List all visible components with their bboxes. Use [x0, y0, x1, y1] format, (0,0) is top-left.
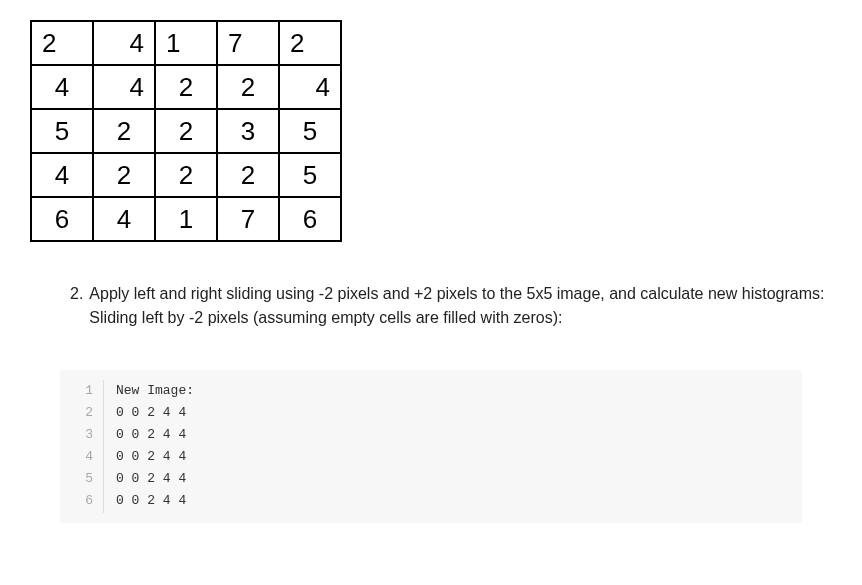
- line-content: New Image:: [104, 380, 194, 402]
- grid-cell: 1: [155, 197, 217, 241]
- line-number: 5: [60, 468, 104, 490]
- line-content: 0 0 2 4 4: [104, 468, 186, 490]
- grid-cell: 5: [31, 109, 93, 153]
- grid-cell: 4: [93, 65, 155, 109]
- line-number: 4: [60, 446, 104, 468]
- grid-cell: 2: [155, 65, 217, 109]
- grid-cell: 2: [155, 153, 217, 197]
- line-number: 2: [60, 402, 104, 424]
- question-text: Apply left and right sliding using -2 pi…: [89, 282, 832, 330]
- line-content: 0 0 2 4 4: [104, 402, 186, 424]
- line-content: 0 0 2 4 4: [104, 490, 186, 512]
- grid-cell: 2: [93, 109, 155, 153]
- line-number: 1: [60, 380, 104, 402]
- code-line: 60 0 2 4 4: [60, 490, 802, 512]
- grid-cell: 2: [93, 153, 155, 197]
- code-block: 1New Image:20 0 2 4 430 0 2 4 440 0 2 4 …: [60, 370, 802, 523]
- grid-cell: 2: [217, 65, 279, 109]
- line-number: 6: [60, 490, 104, 512]
- line-content: 0 0 2 4 4: [104, 446, 186, 468]
- image-grid: 2417244224522354222564176: [30, 20, 342, 242]
- grid-cell: 7: [217, 21, 279, 65]
- line-content: 0 0 2 4 4: [104, 424, 186, 446]
- code-line: 20 0 2 4 4: [60, 402, 802, 424]
- question-number: 2.: [70, 282, 83, 330]
- grid-cell: 6: [279, 197, 341, 241]
- grid-cell: 4: [93, 21, 155, 65]
- grid-cell: 5: [279, 109, 341, 153]
- grid-cell: 2: [217, 153, 279, 197]
- grid-cell: 2: [31, 21, 93, 65]
- grid-cell: 3: [217, 109, 279, 153]
- line-number: 3: [60, 424, 104, 446]
- grid-cell: 4: [31, 65, 93, 109]
- grid-cell: 4: [93, 197, 155, 241]
- grid-cell: 1: [155, 21, 217, 65]
- code-line: 1New Image:: [60, 380, 802, 402]
- grid-cell: 5: [279, 153, 341, 197]
- question-item: 2. Apply left and right sliding using -2…: [70, 282, 832, 330]
- grid-cell: 4: [279, 65, 341, 109]
- grid-cell: 7: [217, 197, 279, 241]
- grid-cell: 6: [31, 197, 93, 241]
- code-line: 30 0 2 4 4: [60, 424, 802, 446]
- grid-cell: 4: [31, 153, 93, 197]
- code-line: 40 0 2 4 4: [60, 446, 802, 468]
- grid-cell: 2: [155, 109, 217, 153]
- grid-cell: 2: [279, 21, 341, 65]
- code-line: 50 0 2 4 4: [60, 468, 802, 490]
